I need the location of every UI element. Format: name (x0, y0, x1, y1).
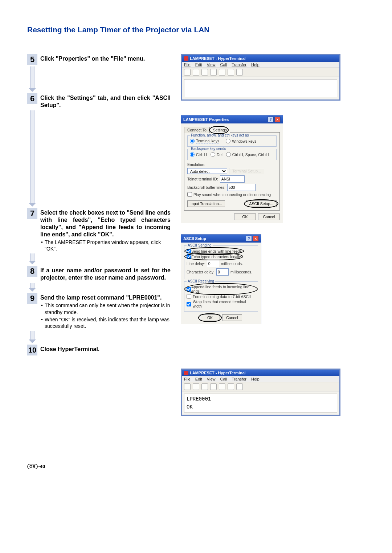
toolbar (182, 68, 339, 77)
region-badge: GB (27, 464, 38, 469)
app-icon (184, 371, 188, 375)
cancel-button[interactable]: Cancel (222, 314, 242, 321)
toolbar-icon[interactable] (228, 383, 234, 390)
menu-file[interactable]: File (184, 377, 191, 381)
step-5: 5 Click "Properties" on the "File" menu. (27, 54, 171, 65)
step-6: 6 Click the "Settings" tab, and then cli… (27, 93, 171, 109)
app-icon (184, 56, 188, 61)
tab-settings[interactable]: Settings (210, 127, 230, 133)
connector-arrow (27, 66, 37, 92)
help-button[interactable]: ? (246, 236, 252, 241)
titlebar: LAMPRESET - HyperTerminal (182, 55, 339, 62)
cancel-button[interactable]: Cancel (258, 214, 280, 220)
step-sub: When "OK" is received, this indicates th… (40, 316, 171, 329)
step-number: 5 (27, 54, 37, 65)
step-number: 7 (27, 208, 37, 219)
toolbar-icon[interactable] (219, 383, 225, 390)
output-line: OK (187, 404, 335, 410)
titlebar: LAMPRESET Properties ? × (181, 115, 283, 123)
char-delay-input[interactable] (216, 268, 229, 276)
emulation-select[interactable]: Auto detect (187, 168, 227, 174)
menu-help[interactable]: Help (251, 62, 260, 67)
dialog-title: ASCII Setup (183, 236, 206, 241)
input-translation-button[interactable]: Input Translation... (187, 200, 225, 207)
menu-view[interactable]: View (207, 377, 216, 381)
terminal-setup-button: Terminal Setup... (229, 168, 264, 174)
terminal-output: LPRE0001 OK (184, 394, 337, 412)
echo-typed-checkbox[interactable]: Echo typed characters locally (187, 254, 256, 259)
step-sub: This command can only be sent when the p… (40, 302, 171, 315)
toolbar-icon[interactable] (236, 69, 243, 76)
radio-terminal-keys[interactable]: Terminal keys (190, 139, 219, 143)
line-delay-label: Line delay: (187, 261, 205, 266)
telnet-id-input[interactable] (220, 175, 245, 183)
step-title: Click the "Settings" tab, and then click… (40, 94, 171, 109)
radio-ctrl-h[interactable]: Ctrl+H (190, 152, 207, 157)
step-number: 6 (27, 93, 37, 104)
ok-button[interactable]: OK (200, 314, 220, 321)
connector-arrow (27, 283, 37, 292)
ascii-setup-button[interactable]: ASCII Setup... (246, 200, 277, 207)
append-lf-checkbox[interactable]: Append line feeds to incoming line ends (187, 285, 256, 293)
toolbar-icon[interactable] (210, 383, 217, 390)
toolbar-icon[interactable] (193, 383, 199, 390)
menu-edit[interactable]: Edit (195, 62, 202, 67)
titlebar: ASCII Setup ? × (181, 235, 261, 243)
send-line-ends-checkbox[interactable]: Send line ends with line feeds (187, 249, 256, 253)
connector-arrow (27, 110, 37, 207)
emulation-label: Emulation: (187, 162, 205, 167)
toolbar-icon[interactable] (193, 69, 199, 76)
step-number: 9 (27, 293, 37, 304)
properties-dialog: LAMPRESET Properties ? × Connect To Sett… (181, 115, 283, 223)
toolbar-icon[interactable] (201, 69, 208, 76)
radio-windows-keys[interactable]: Windows keys (226, 139, 256, 143)
menu-transfer[interactable]: Transfer (232, 377, 246, 381)
step-7: 7 Select the check boxes next to "Send l… (27, 208, 171, 252)
menu-help[interactable]: Help (251, 377, 260, 381)
toolbar-icon[interactable] (201, 383, 208, 390)
wrap-lines-checkbox[interactable]: Wrap lines that exceed terminal width (187, 300, 256, 308)
menu-file[interactable]: File (184, 62, 191, 67)
force-7bit-checkbox[interactable]: Force incoming data to 7-bit ASCII (187, 294, 256, 299)
window-title: LAMPRESET - HyperTerminal (190, 371, 246, 375)
step-9: 9 Send the lamp reset command "LPRE0001"… (27, 293, 171, 329)
toolbar-icon[interactable] (219, 69, 225, 76)
toolbar-icon[interactable] (228, 69, 234, 76)
menu-transfer[interactable]: Transfer (232, 62, 246, 67)
hyperterminal-window-result: LAMPRESET - HyperTerminal File Edit View… (181, 369, 340, 416)
menu-view[interactable]: View (207, 62, 216, 67)
step-title: Click "Properties" on the "File" menu. (40, 55, 145, 62)
connector-arrow (27, 253, 37, 264)
toolbar-icon[interactable] (184, 383, 191, 390)
group-label: ASCII Receiving (187, 279, 215, 283)
page-number: -40 (38, 464, 45, 469)
ok-button[interactable]: OK (234, 214, 256, 220)
terminal-output (184, 79, 337, 97)
tab-connect-to[interactable]: Connect To (184, 127, 210, 133)
toolbar-icon[interactable] (210, 69, 217, 76)
radio-ctrl-h-space[interactable]: Ctrl+H, Space, Ctrl+H (226, 152, 269, 157)
unit-label: milliseconds. (221, 261, 243, 266)
play-sound-checkbox[interactable]: Play sound when connecting or disconnect… (187, 192, 277, 197)
connector-arrow (27, 331, 37, 343)
toolbar-icon[interactable] (184, 69, 191, 76)
close-button[interactable]: × (253, 236, 259, 241)
dialog-title: LAMPRESET Properties (183, 117, 229, 122)
help-button[interactable]: ? (268, 117, 274, 122)
step-10: 10 Close HyperTerminal. (27, 345, 171, 355)
line-delay-input[interactable] (207, 260, 219, 267)
toolbar-icon[interactable] (236, 383, 243, 390)
backscroll-input[interactable] (227, 184, 256, 191)
ascii-setup-dialog: ASCII Setup ? × ASCII Sending Send line … (181, 234, 261, 324)
group-label: Backspace key sends (190, 147, 227, 151)
backscroll-label: Backscroll buffer lines: (187, 185, 225, 190)
menu-edit[interactable]: Edit (195, 377, 202, 381)
radio-del[interactable]: Del (211, 152, 222, 157)
step-title: Send the lamp reset command "LPRE0001". (40, 294, 171, 301)
menu-call[interactable]: Call (220, 62, 227, 67)
page-title: Resetting the Lamp Timer of the Projecto… (27, 25, 365, 34)
menu-call[interactable]: Call (220, 377, 227, 381)
hyperterminal-window: LAMPRESET - HyperTerminal File Edit View… (181, 54, 340, 101)
close-button[interactable]: × (274, 117, 281, 122)
titlebar: LAMPRESET - HyperTerminal (182, 370, 339, 376)
